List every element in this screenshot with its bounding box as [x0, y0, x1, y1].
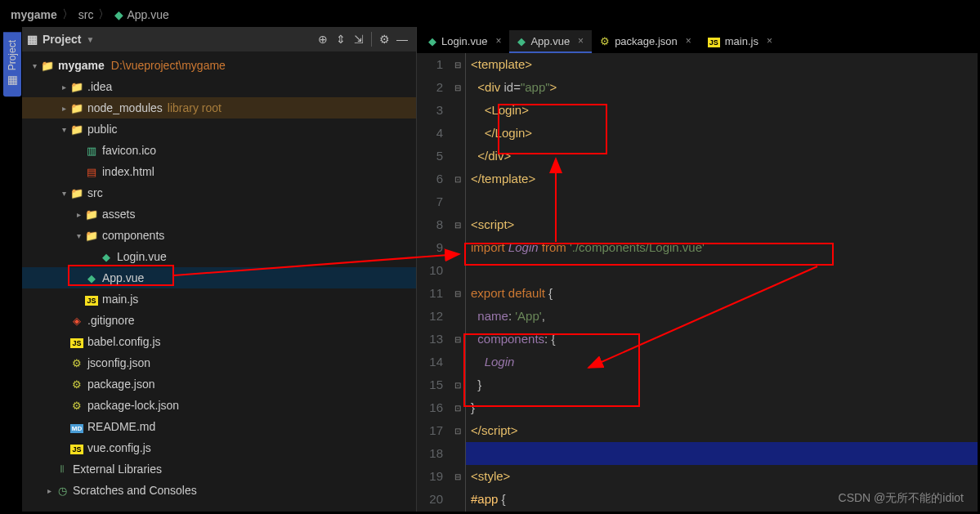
fold-gutter[interactable]: [450, 145, 465, 168]
line-number: 5: [417, 145, 443, 168]
editor-tab[interactable]: ◆Login.vue×: [420, 30, 509, 53]
line-number: 15: [417, 373, 443, 396]
line-number: 4: [417, 122, 443, 145]
editor-tab[interactable]: ⚙package.json×: [592, 30, 700, 53]
code-line[interactable]: <template>: [466, 53, 978, 76]
code-line[interactable]: }: [466, 396, 978, 419]
code-line[interactable]: [466, 442, 978, 465]
line-number: 8: [417, 213, 443, 236]
code-line[interactable]: [466, 190, 978, 213]
tree-node[interactable]: MDREADME.md: [22, 416, 416, 437]
code-line[interactable]: }: [466, 373, 978, 396]
close-icon[interactable]: ×: [578, 35, 584, 47]
fold-gutter[interactable]: [450, 305, 465, 328]
fold-gutter[interactable]: ⊟: [450, 282, 465, 305]
line-number: 7: [417, 190, 443, 213]
collapse-icon[interactable]: ⇕: [332, 30, 350, 48]
fold-gutter[interactable]: [450, 122, 465, 145]
line-number: 10: [417, 259, 443, 282]
tree-node[interactable]: ▸📁node_moduleslibrary root: [22, 97, 416, 118]
line-number: 17: [417, 419, 443, 442]
fold-gutter[interactable]: ⊟: [450, 76, 465, 99]
tree-node[interactable]: ▾📁public: [22, 118, 416, 140]
line-number: 18: [417, 442, 443, 465]
tree-node[interactable]: ◆Login.vue: [22, 246, 416, 267]
code-line[interactable]: Login: [466, 351, 978, 373]
fold-gutter[interactable]: ⊟: [450, 53, 465, 76]
code-line[interactable]: import Login from './components/Login.vu…: [466, 236, 978, 259]
fold-gutter[interactable]: ⊡: [450, 373, 465, 396]
tree-node[interactable]: ⚙package-lock.json: [22, 395, 416, 416]
line-number: 2: [417, 76, 443, 99]
tree-node[interactable]: ▤index.html: [22, 161, 416, 182]
line-number: 13: [417, 328, 443, 351]
code-line[interactable]: </div>: [466, 145, 978, 168]
fold-gutter[interactable]: [450, 99, 465, 122]
fold-gutter[interactable]: [450, 351, 465, 373]
tree-node[interactable]: ▸📁.idea: [22, 76, 416, 97]
fold-gutter[interactable]: [450, 442, 465, 465]
fold-gutter[interactable]: ⊡: [450, 419, 465, 442]
editor-tabs[interactable]: ◆Login.vue×◆App.vue×⚙package.json×JSmain…: [417, 27, 978, 53]
editor: ◆Login.vue×◆App.vue×⚙package.json×JSmain…: [417, 27, 978, 512]
code-line[interactable]: <div id="app">: [466, 76, 978, 99]
tree-node-extra[interactable]: ▸◷Scratches and Consoles: [22, 480, 416, 501]
code-line[interactable]: <style>: [466, 465, 978, 488]
close-icon[interactable]: ×: [767, 35, 772, 47]
fold-gutter[interactable]: ⊡: [450, 396, 465, 419]
tree-node-extra[interactable]: ⫴External Libraries: [22, 458, 416, 480]
code-line[interactable]: [466, 259, 978, 282]
tree-node[interactable]: ▥favicon.ico: [22, 140, 416, 161]
tree-node[interactable]: ⚙package.json: [22, 373, 416, 395]
project-sidebar: ▦Project▼ ⊕ ⇕ ⇲ ⚙ — ▾📁mygameD:\vueprojec…: [22, 27, 417, 512]
fold-gutter[interactable]: ⊟: [450, 328, 465, 351]
tree-node[interactable]: ▾📁src: [22, 182, 416, 203]
gear-icon[interactable]: ⚙: [375, 30, 393, 48]
tool-rail: ▦Project: [2, 27, 22, 512]
code-line[interactable]: components: {: [466, 328, 978, 351]
tree-node[interactable]: JSbabel.config.js: [22, 331, 416, 352]
code-line[interactable]: </Login>: [466, 122, 978, 145]
tree-node[interactable]: ◈.gitignore: [22, 310, 416, 331]
fold-gutter[interactable]: ⊟: [450, 465, 465, 488]
close-icon[interactable]: ×: [495, 35, 501, 47]
project-tree[interactable]: ▾📁mygameD:\vueproject\mygame▸📁.idea▸📁nod…: [22, 51, 416, 512]
code-line[interactable]: <Login>: [466, 99, 978, 122]
code-line[interactable]: </template>: [466, 168, 978, 190]
tree-node-root[interactable]: ▾📁mygameD:\vueproject\mygame: [22, 55, 416, 76]
fold-gutter[interactable]: ⊟: [450, 213, 465, 236]
tree-node[interactable]: ▾📁components: [22, 225, 416, 246]
project-rail-tab[interactable]: ▦Project: [3, 32, 21, 96]
expand-icon[interactable]: ⇲: [350, 30, 368, 48]
fold-gutter[interactable]: [450, 488, 465, 511]
tree-node[interactable]: ▸📁assets: [22, 203, 416, 225]
code-line[interactable]: <script>: [466, 213, 978, 236]
editor-tab[interactable]: ◆App.vue×: [509, 30, 592, 53]
line-number: 16: [417, 396, 443, 419]
close-icon[interactable]: ×: [686, 35, 691, 47]
tree-node[interactable]: ◆App.vue: [22, 267, 416, 288]
tree-node[interactable]: ⚙jsconfig.json: [22, 352, 416, 373]
code-line[interactable]: export default {: [466, 282, 978, 305]
line-number: 11: [417, 282, 443, 305]
line-number: 6: [417, 168, 443, 190]
fold-gutter[interactable]: [450, 236, 465, 259]
code-line[interactable]: name: 'App',: [466, 305, 978, 328]
fold-gutter[interactable]: [450, 190, 465, 213]
target-icon[interactable]: ⊕: [314, 30, 332, 48]
line-number: 14: [417, 351, 443, 373]
hide-icon[interactable]: —: [393, 30, 411, 48]
fold-gutter[interactable]: [450, 259, 465, 282]
fold-gutter[interactable]: ⊡: [450, 168, 465, 190]
line-number: 3: [417, 99, 443, 122]
breadcrumb[interactable]: mygame〉 src〉 ◆ App.vue: [2, 2, 978, 27]
editor-tab[interactable]: JSmain.js×: [700, 30, 781, 53]
tree-node[interactable]: JSmain.js: [22, 288, 416, 310]
line-number: 12: [417, 305, 443, 328]
code-area[interactable]: 1234567891011121314151617181920 ⊟⊟⊡⊟⊟⊟⊡⊡…: [417, 53, 978, 512]
line-number: 19: [417, 465, 443, 488]
project-toolbar: ▦Project▼ ⊕ ⇕ ⇲ ⚙ —: [22, 27, 416, 51]
tree-node[interactable]: JSvue.config.js: [22, 437, 416, 458]
code-line[interactable]: </script>: [466, 419, 978, 442]
line-number: 20: [417, 488, 443, 511]
